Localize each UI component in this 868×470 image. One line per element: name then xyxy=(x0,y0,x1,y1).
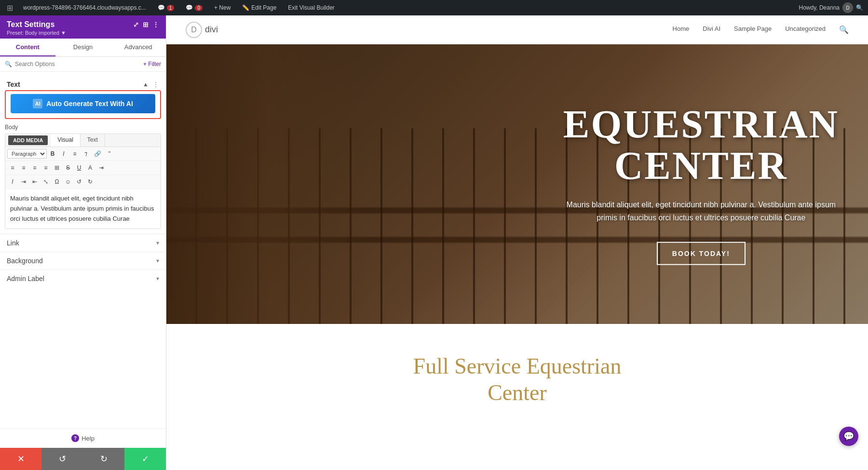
save-button[interactable]: ✓ xyxy=(124,448,166,470)
panel-tabs: Content Design Advanced xyxy=(0,39,166,57)
blockquote-button[interactable]: " xyxy=(104,148,115,159)
edit-page-bar-item[interactable]: ✏️ Edit Page xyxy=(239,4,279,11)
fullscreen-button[interactable]: ⤡ xyxy=(41,176,51,187)
below-title-line1: Full Service Equestrian xyxy=(186,353,849,379)
site-logo[interactable]: D divi xyxy=(186,22,218,38)
new-bar-item[interactable]: + New xyxy=(211,4,233,11)
nav-sample-page[interactable]: Sample Page xyxy=(734,25,772,34)
emoji-button[interactable]: ☺ xyxy=(63,176,73,187)
nav-search-icon[interactable]: 🔍 xyxy=(839,25,849,34)
help-circle-icon: ? xyxy=(71,434,79,442)
ai-generate-label: Auto Generate Text With AI xyxy=(46,100,133,107)
chat-bubble[interactable]: 💬 xyxy=(839,427,858,446)
save-icon: ✓ xyxy=(142,454,149,464)
chat-bubble-icon: 💬 xyxy=(843,431,854,442)
columns-icon[interactable]: ⊞ xyxy=(143,21,149,28)
nav-uncategorized[interactable]: Uncategorized xyxy=(785,25,826,34)
undo-editor-button[interactable]: ↺ xyxy=(74,176,84,187)
right-content: D divi Home Divi AI Sample Page Uncatego… xyxy=(166,15,868,470)
indent-button[interactable]: ⇥ xyxy=(96,162,107,173)
tab-content[interactable]: Content xyxy=(0,39,55,56)
undo-button[interactable]: ↺ xyxy=(41,448,83,470)
ordered-list-button[interactable]: ⁊ xyxy=(81,148,91,159)
text-section-toggle[interactable]: ▲ xyxy=(143,81,149,88)
justify-button[interactable]: ≡ xyxy=(41,162,51,173)
align-left-button[interactable]: ≡ xyxy=(7,162,18,173)
left-panel: Text Settings ⤢ ⊞ ⋮ Preset: Body importe… xyxy=(0,15,166,470)
horse-shape xyxy=(166,44,369,324)
chat-bar-item[interactable]: 💬 0 xyxy=(183,4,205,11)
help-section: ? Help xyxy=(0,428,166,448)
admin-label-section[interactable]: Admin Label ▾ xyxy=(0,269,166,287)
hero-cta-button[interactable]: BOOK TODAY! xyxy=(657,242,746,265)
outdent-button[interactable]: ⇤ xyxy=(29,176,40,187)
align-right-button[interactable]: ≡ xyxy=(29,162,40,173)
admin-search-icon[interactable]: 🔍 xyxy=(856,4,863,11)
ai-generate-button[interactable]: AI Auto Generate Text With AI xyxy=(11,94,155,113)
comments-count: 1 xyxy=(167,5,175,11)
panel-header-icons: ⤢ ⊞ ⋮ xyxy=(133,21,159,28)
text-section-more[interactable]: ⋮ xyxy=(152,81,159,88)
link-button[interactable]: 🔗 xyxy=(92,148,104,159)
hero-content: EQUESTRIAN CENTER Mauris blandit aliquet… xyxy=(563,104,839,265)
paragraph-select[interactable]: Paragraph Heading 1 Heading 2 xyxy=(7,149,47,159)
site-url[interactable]: wordpress-784896-3766464.cloudwaysapps.c… xyxy=(20,4,149,11)
below-title-line2: Center xyxy=(186,379,849,406)
table-button[interactable]: ⊞ xyxy=(52,162,62,173)
tab-advanced[interactable]: Advanced xyxy=(110,39,166,56)
text-section-header[interactable]: Text ▲ ⋮ xyxy=(0,77,166,90)
bold-button[interactable]: B xyxy=(47,148,58,159)
wp-logo-icon[interactable]: ⊞ xyxy=(5,3,14,13)
panel-subtitle[interactable]: Preset: Body imported ▼ xyxy=(7,30,159,36)
indent2-button[interactable]: ⇥ xyxy=(18,176,29,187)
new-label: + New xyxy=(214,4,231,11)
toolbar-row-2: ≡ ≡ ≡ ≡ ⊞ S U A ⇥ xyxy=(5,161,161,175)
exit-builder-label: Exit Visual Builder xyxy=(288,4,335,11)
site-nav: D divi Home Divi AI Sample Page Uncatego… xyxy=(166,15,868,44)
wp-site-link: wordpress-784896-3766464.cloudwaysapps.c… xyxy=(23,4,146,11)
link-section[interactable]: Link ▾ xyxy=(0,234,166,252)
edit-icon: ✏️ xyxy=(242,4,249,11)
panel-header: Text Settings ⤢ ⊞ ⋮ Preset: Body importe… xyxy=(0,15,166,39)
nav-home[interactable]: Home xyxy=(673,25,690,34)
howdy-text: Howdy, Deanna xyxy=(799,4,840,11)
user-greeting: Howdy, Deanna D 🔍 xyxy=(799,2,864,13)
hero-cta-label: BOOK TODAY! xyxy=(672,249,730,257)
logo-circle: D xyxy=(186,22,202,38)
help-label: Help xyxy=(81,435,95,442)
comments-bar-item[interactable]: 💬 1 xyxy=(155,4,177,11)
unordered-list-button[interactable]: ≡ xyxy=(69,148,80,159)
nav-divi-ai[interactable]: Divi AI xyxy=(703,25,720,34)
redo-icon: ↻ xyxy=(100,454,108,464)
more-options-icon[interactable]: ⋮ xyxy=(152,21,159,28)
add-media-button[interactable]: ADD MEDIA xyxy=(8,135,48,145)
hero-title-line1: EQUESTRIAN xyxy=(563,104,839,145)
exit-builder-bar-item[interactable]: Exit Visual Builder xyxy=(285,4,338,11)
underline-button[interactable]: U xyxy=(74,162,84,173)
editor-content[interactable]: Mauris blandit aliquet elit, eget tincid… xyxy=(5,189,161,228)
text-color-button[interactable]: A xyxy=(85,162,95,173)
background-section[interactable]: Background ▾ xyxy=(0,252,166,269)
bottom-action-bar: ✕ ↺ ↻ ✓ xyxy=(0,448,166,470)
help-button[interactable]: ? Help xyxy=(6,434,160,442)
expand-icon[interactable]: ⤢ xyxy=(133,21,139,28)
visual-tab[interactable]: Visual xyxy=(51,134,80,147)
tab-design[interactable]: Design xyxy=(55,39,111,56)
ai-icon: AI xyxy=(33,99,42,108)
italic-button[interactable]: I xyxy=(58,148,69,159)
text-tab[interactable]: Text xyxy=(81,134,105,147)
link-chevron-icon: ▾ xyxy=(156,240,159,246)
filter-button[interactable]: + Filter xyxy=(143,61,161,67)
align-center-button[interactable]: ≡ xyxy=(18,162,29,173)
italic2-button[interactable]: I xyxy=(7,176,18,187)
strikethrough-button[interactable]: S xyxy=(63,162,73,173)
cancel-button[interactable]: ✕ xyxy=(0,448,41,470)
redo-editor-button[interactable]: ↻ xyxy=(85,176,95,187)
redo-button[interactable]: ↻ xyxy=(83,448,124,470)
ai-button-wrapper: AI Auto Generate Text With AI xyxy=(5,90,161,119)
below-hero-title: Full Service Equestrian Center xyxy=(186,353,849,406)
editor-text: Mauris blandit aliquet elit, eget tincid… xyxy=(10,195,154,222)
search-input[interactable] xyxy=(15,61,140,67)
panel-body: Text ▲ ⋮ AI Auto Generate Text With AI B… xyxy=(0,72,166,428)
special-chars-button[interactable]: Ω xyxy=(52,176,62,187)
